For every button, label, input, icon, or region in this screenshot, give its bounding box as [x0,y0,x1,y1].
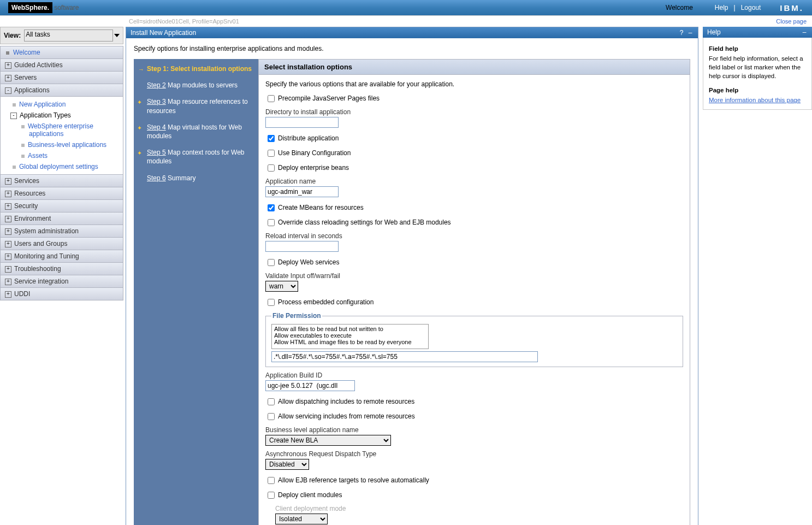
panel-title: Install New Application [131,29,676,37]
dropdown-icon[interactable] [114,34,120,37]
validate-label: Validate Input off/warn/fail [265,272,683,280]
step-1: →Step 1: Select installation options [138,64,254,73]
distribute-checkbox[interactable] [268,135,275,142]
nav-services[interactable]: +Services [0,175,123,187]
step-5[interactable]: ✦Step 5 Map context roots for Web module… [138,148,254,166]
expand-icon[interactable]: + [5,266,11,273]
async-select[interactable]: Disabled [265,459,309,470]
separator: | [734,4,736,11]
file-permission-fieldset: File Permission Allow all files to be re… [265,312,683,367]
nav-environment[interactable]: +Environment [0,213,123,225]
override-label: Override class reloading settings for We… [278,219,451,226]
star-icon: ✦ [137,98,142,107]
expand-icon[interactable]: + [5,253,11,260]
fp-option-1[interactable]: Allow all files to be read but not writt… [273,326,427,332]
header-welcome: Welcome [666,4,693,11]
bla-select[interactable]: Create New BLA [265,435,391,446]
view-label: View: [4,32,21,39]
logout-link[interactable]: Logout [741,4,761,11]
bullet-icon [21,125,25,128]
expand-icon[interactable]: + [5,203,11,210]
nav-business-apps[interactable]: Business-level applications [1,139,123,150]
precompile-checkbox[interactable] [268,95,275,102]
top-header: WebSphere. software Welcome Help | Logou… [0,0,812,15]
ibm-logo: IBM. [780,3,804,13]
step-6[interactable]: Step 6 Summary [138,174,254,182]
nav-applications-tree: New Application -Application Types WebSp… [0,97,123,175]
override-checkbox[interactable] [268,219,275,226]
expand-icon[interactable]: + [5,228,11,235]
nav-monitoring[interactable]: +Monitoring and Tuning [0,250,123,263]
processembed-label: Process embedded configuration [278,298,374,306]
dispatch-label: Allow dispatching includes to remote res… [278,398,414,405]
nav-assets[interactable]: Assets [1,150,123,161]
nav-applications[interactable]: -Applications [0,84,123,97]
panel-titlebar: Install New Application ? – [126,27,698,38]
nav-uddi[interactable]: +UDDI [0,288,123,300]
nav-servers[interactable]: +Servers [0,72,123,84]
nav-global-deployment[interactable]: Global deployment settings [1,161,123,172]
buildid-input[interactable] [265,380,355,391]
deployejb-label: Deploy enterprise beans [278,164,349,172]
nav-application-types[interactable]: -Application Types [1,110,123,121]
deployejb-checkbox[interactable] [268,164,275,172]
appname-input[interactable] [265,186,339,197]
processembed-checkbox[interactable] [268,299,275,306]
logo-main: WebSphere. [8,2,52,13]
step-2[interactable]: Step 2 Map modules to servers [138,81,254,90]
nav-service-integration[interactable]: +Service integration [0,275,123,288]
deployclient-checkbox[interactable] [268,492,275,499]
nav-websphere-apps[interactable]: WebSphere enterprise applications [1,121,123,139]
mbeans-label: Create MBeans for resources [278,204,364,211]
view-select[interactable]: All tasks [24,30,113,42]
left-nav: View: All tasks Welcome +Guided Activiti… [0,27,123,525]
expand-icon[interactable]: + [5,291,11,298]
collapse-icon[interactable]: - [5,87,11,94]
file-permission-list[interactable]: Allow all files to be read but not writt… [271,324,429,349]
dispatch-checkbox[interactable] [268,398,275,405]
nav-users[interactable]: +Users and Groups [0,238,123,250]
clientmode-select[interactable]: Isolated [275,514,328,524]
help-link[interactable]: Help [715,4,728,11]
expand-icon[interactable]: + [5,216,11,222]
minimize-icon[interactable]: – [801,29,808,36]
servicing-checkbox[interactable] [268,413,275,420]
step-3[interactable]: ✦Step 3 Map resource references to resou… [138,97,254,115]
fp-option-3[interactable]: Allow HTML and image files to be read by… [273,339,427,345]
ejbref-checkbox[interactable] [268,477,275,484]
nav-resources[interactable]: +Resources [0,187,123,200]
mbeans-checkbox[interactable] [268,204,275,211]
distribute-label: Distribute application [278,134,339,142]
nav-welcome[interactable]: Welcome [0,46,123,59]
expand-icon[interactable]: + [5,191,11,197]
nav-new-application[interactable]: New Application [1,99,123,110]
arrow-icon: → [138,66,144,74]
expand-icon[interactable]: + [5,241,11,247]
close-page-link[interactable]: Close page [776,18,807,25]
deployws-label: Deploy Web services [278,258,340,266]
page-help-link[interactable]: More information about this page [709,97,801,103]
expand-icon[interactable]: + [5,279,11,285]
expand-icon[interactable]: + [5,75,11,81]
nav-guided[interactable]: +Guided Activities [0,59,123,72]
help-icon[interactable]: ? [678,30,685,36]
usebinary-checkbox[interactable] [268,150,275,157]
cell-info: Cell=sidrotNode01Cell, Profile=AppSrv01 [129,18,239,25]
wizard-sub: Specify the various options that are ava… [265,80,683,88]
nav-troubleshooting[interactable]: +Troubleshooting [0,263,123,275]
collapse-icon[interactable]: - [10,113,17,119]
nav-sysadmin[interactable]: +System administration [0,225,123,238]
help-titlebar: Help – [703,27,812,38]
expand-icon[interactable]: + [5,178,11,185]
validate-select[interactable]: warn [265,281,298,292]
file-permission-input[interactable] [271,351,538,362]
nav-security[interactable]: +Security [0,200,123,213]
bullet-icon [6,51,9,55]
deployws-checkbox[interactable] [268,259,275,266]
dir-input[interactable] [265,117,339,128]
step-4[interactable]: ✦Step 4 Map virtual hosts for Web module… [138,123,254,140]
minimize-icon[interactable]: – [687,30,694,36]
fp-option-2[interactable]: Allow executables to execute [273,332,427,339]
expand-icon[interactable]: + [5,62,11,69]
reload-input[interactable] [265,241,339,252]
